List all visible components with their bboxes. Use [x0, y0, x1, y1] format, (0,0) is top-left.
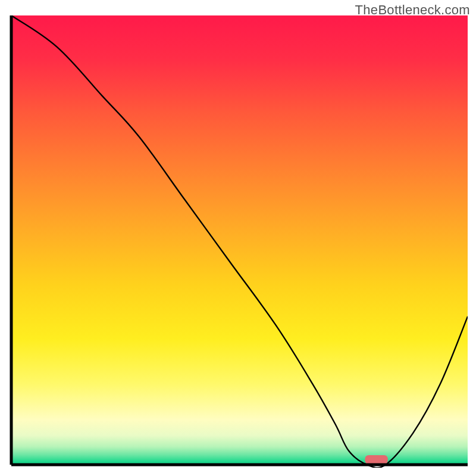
chart-background: [11, 15, 468, 465]
optimal-point-marker: [365, 455, 387, 464]
bottleneck-chart: [8, 15, 468, 468]
chart-container: TheBottleneck.com: [0, 0, 476, 476]
